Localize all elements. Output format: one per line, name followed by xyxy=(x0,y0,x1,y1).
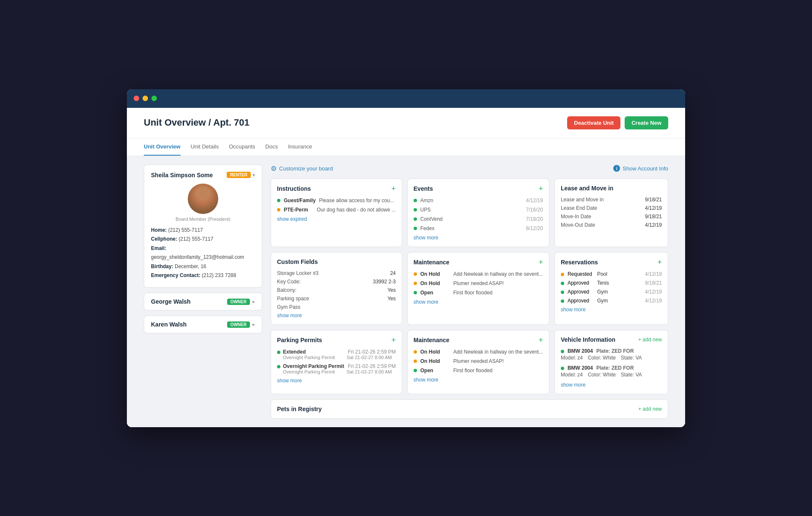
parking-header: Parking Permits + xyxy=(277,336,396,344)
emergency: (212) 233 7288 xyxy=(202,272,236,278)
tab-docs[interactable]: Docs xyxy=(265,138,278,156)
events-show-more[interactable]: show more xyxy=(414,235,543,241)
fullscreen-dot[interactable] xyxy=(151,96,157,101)
dot-green xyxy=(414,199,417,202)
dot-green xyxy=(561,299,564,303)
board-member-label: Board Member (President) xyxy=(151,217,255,222)
custom-field-4: Gym Pass xyxy=(277,304,396,310)
maintenance-show-more-2[interactable]: show more xyxy=(414,377,543,383)
avatar xyxy=(188,184,218,214)
gear-icon: ⚙ xyxy=(271,165,277,173)
vehicles-add-new[interactable]: + add new xyxy=(638,337,662,343)
lease-card: Lease and Move in Lease and Move in 9/18… xyxy=(554,178,668,247)
pets-add-new[interactable]: + add new xyxy=(638,406,662,412)
vehicles-show-more[interactable]: show more xyxy=(561,382,662,388)
home-phone: (212) 555-7117 xyxy=(168,227,203,233)
reservations-header: Reservations + xyxy=(561,258,662,266)
page-title: Unit Overview / Apt. 701 xyxy=(144,117,250,128)
pets-card: Pets in Registry + add new xyxy=(271,399,668,419)
minimize-dot[interactable] xyxy=(143,96,148,101)
person-header-sheila: Sheila Simpson Some RENTER ▾ xyxy=(151,172,255,178)
maintenance-card-1: Maintenance + On Hold Add Newleak in hal… xyxy=(407,252,549,325)
maintenance-card-2: Maintenance + On Hold Add Newleak in hal… xyxy=(407,330,549,394)
dot-green xyxy=(277,365,280,368)
dot-green xyxy=(414,291,417,294)
vehicles-title: Vehicle Information xyxy=(561,336,615,343)
reservations-show-more[interactable]: show more xyxy=(561,307,662,313)
board-grid: Instructions + Guest/Family Please allow… xyxy=(271,178,668,394)
board-toolbar: ⚙ Customize your board i Show Account In… xyxy=(271,165,668,173)
vehicle-item-1: BMW 2004 Plate: ZED FOR Model: z4 Color:… xyxy=(561,365,662,378)
chevron-george[interactable]: ▸ xyxy=(252,299,255,305)
lease-row-3: Move-Out Date 4/12/19 xyxy=(561,222,662,228)
vehicle-item-0: BMW 2004 Plate: ZED FOR Model: z4 Color:… xyxy=(561,348,662,361)
owner-card-george: George Walsh OWNER ▸ xyxy=(144,293,262,310)
custom-field-0: Storage Locker #3 24 xyxy=(277,270,396,276)
dot-orange xyxy=(277,208,280,211)
tab-unit-details[interactable]: Unit Details xyxy=(191,138,219,156)
info-icon: i xyxy=(613,165,620,172)
custom-fields-show-more[interactable]: show more xyxy=(277,313,396,318)
dot-orange xyxy=(561,273,564,276)
dot-green xyxy=(561,282,564,285)
vehicles-header: Vehicle Information + add new xyxy=(561,336,662,343)
owner-name-karen: Karen Walsh xyxy=(151,321,187,328)
maintenance-add-button-2[interactable]: + xyxy=(538,336,543,344)
maintenance-title-2: Maintenance xyxy=(414,337,450,343)
app-body: Unit Overview / Apt. 701 Deactivate Unit… xyxy=(127,108,685,427)
maintenance-header-1: Maintenance + xyxy=(414,258,543,266)
titlebar xyxy=(127,89,685,108)
maintenance-item-1: On Hold Plumer needed ASAP! xyxy=(414,280,543,286)
lease-row-1: Lease End Date 4/12/19 xyxy=(561,205,662,211)
instruction-item-1: PTE-Perm Our dog has died - do not allow… xyxy=(277,207,396,213)
reservation-item-1: Approved Tenis 9/18/21 xyxy=(561,280,662,286)
event-item-1: UPS 7/16/20 xyxy=(414,207,543,213)
event-item-2: ContVend 7/18/20 xyxy=(414,216,543,222)
maintenance-item-0: On Hold Add Newleak in hallway on the se… xyxy=(414,271,543,277)
board-area: ⚙ Customize your board i Show Account In… xyxy=(271,165,668,419)
show-account-info-button[interactable]: i Show Account Info xyxy=(613,165,668,172)
close-dot[interactable] xyxy=(134,96,139,101)
instructions-title: Instructions xyxy=(277,185,311,192)
email: georgy_sheldonfamily_123@hotmail.com xyxy=(151,254,244,260)
avatar-face xyxy=(188,184,218,214)
tab-occupants[interactable]: Occupants xyxy=(229,138,255,156)
dot-green xyxy=(414,217,417,221)
vehicles-card: Vehicle Information + add new BMW 2004 P… xyxy=(554,330,668,394)
chevron-icon[interactable]: ▾ xyxy=(252,172,255,178)
app-window: Unit Overview / Apt. 701 Deactivate Unit… xyxy=(127,89,685,427)
cell-phone: (212) 555-7117 xyxy=(178,236,213,242)
owner-card-karen: Karen Walsh OWNER ▸ xyxy=(144,316,262,333)
dot-green xyxy=(277,199,280,202)
dot-green xyxy=(414,369,417,372)
instructions-add-button[interactable]: + xyxy=(391,185,396,192)
events-title: Events xyxy=(414,185,433,192)
create-new-button[interactable]: Create New xyxy=(625,116,668,129)
tab-insurance[interactable]: Insurance xyxy=(288,138,312,156)
parking-item-0: Extended Fri 21-02-26 2:59 PM Overnight … xyxy=(277,349,396,360)
avatar-section: Board Member (President) xyxy=(151,184,255,222)
chevron-karen[interactable]: ▸ xyxy=(252,321,255,327)
parking-show-more[interactable]: show more xyxy=(277,378,396,384)
reservations-add-button[interactable]: + xyxy=(657,258,662,266)
contact-info: Home: (212) 555-7117 Cellphone: (212) 55… xyxy=(151,226,255,281)
tabs-bar: Unit Overview Unit Details Occupants Doc… xyxy=(127,138,685,156)
maintenance-show-more-1[interactable]: show more xyxy=(414,299,543,305)
maintenance-header-2: Maintenance + xyxy=(414,336,543,344)
customize-board-button[interactable]: ⚙ Customize your board xyxy=(271,165,333,173)
maintenance2-item-0: On Hold Add Newleak in hallway on the se… xyxy=(414,349,543,355)
parking-add-button[interactable]: + xyxy=(391,336,396,344)
dot-green xyxy=(414,208,417,211)
deactivate-button[interactable]: Deactivate Unit xyxy=(567,116,620,129)
dot-orange xyxy=(414,282,417,285)
instructions-show-expired[interactable]: show expired xyxy=(277,216,396,222)
header-actions: Deactivate Unit Create New xyxy=(567,116,668,129)
tab-unit-overview[interactable]: Unit Overview xyxy=(144,138,181,156)
custom-field-3: Parking space Yes xyxy=(277,296,396,302)
custom-field-2: Balcony: Yes xyxy=(277,287,396,293)
maintenance-add-button-1[interactable]: + xyxy=(538,258,543,266)
reservation-item-2: Approved Gym 4/12/19 xyxy=(561,289,662,295)
events-add-button[interactable]: + xyxy=(538,185,543,192)
badge-renter: RENTER xyxy=(227,172,251,178)
person-card-sheila: Sheila Simpson Some RENTER ▾ Board Membe… xyxy=(144,165,262,288)
